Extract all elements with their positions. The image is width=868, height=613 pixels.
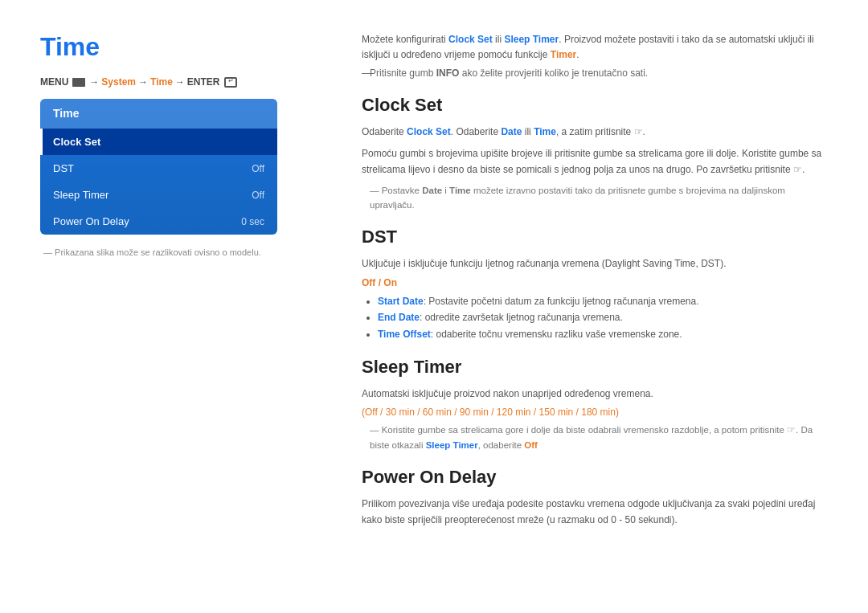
sleep-timer-cancel-ref: Sleep Timer <box>426 440 478 450</box>
sleep-timer-title: Sleep Timer <box>362 357 828 378</box>
dst-text: Uključuje i isključuje funkciju ljetnog … <box>362 255 828 272</box>
system-label: System <box>101 76 136 88</box>
sleep-timer-options: (Off / 30 min / 60 min / 90 min / 120 mi… <box>362 407 828 418</box>
left-footnote: Prikazana slika može se razlikovati ovis… <box>40 247 321 257</box>
menu-icon <box>72 78 85 87</box>
sleep-timer-ref: Sleep Timer <box>504 34 559 45</box>
left-panel: Time MENU → System → Time → ENTER ↵ Time… <box>40 32 346 581</box>
arrow1: → <box>89 76 99 88</box>
menu-item-sleeptimer-value: Off <box>252 190 264 201</box>
menu-item-sleeptimer-label: Sleep Timer <box>53 189 108 201</box>
dst-section: DST Uključuje i isključuje funkciju ljet… <box>362 227 828 342</box>
time-ref: Time <box>534 126 556 137</box>
menu-box-header: Time <box>40 99 277 128</box>
menu-item-powerondelay[interactable]: Power On Delay 0 sec <box>40 208 277 235</box>
arrow3: → <box>175 76 185 88</box>
timer-ref: Timer <box>551 49 576 60</box>
menu-item-dst-value: Off <box>252 163 264 174</box>
menu-label: MENU <box>40 76 68 88</box>
off-ref: Off <box>524 440 538 450</box>
time-label: Time <box>150 76 173 88</box>
arrow2: → <box>138 76 148 88</box>
start-date-ref: Start Date <box>378 296 424 307</box>
menu-item-clockset-label: Clock Set <box>53 136 100 148</box>
end-date-ref: End Date <box>378 312 420 323</box>
intro-text: Možete konfigurirati Clock Set ili Sleep… <box>362 32 828 63</box>
sleep-timer-section: Sleep Timer Automatski isključuje proizv… <box>362 357 828 452</box>
power-on-delay-title: Power On Delay <box>362 467 828 488</box>
power-on-delay-text: Prilikom povezivanja više uređaja podesi… <box>362 496 828 529</box>
menu-path: MENU → System → Time → ENTER ↵ <box>40 76 321 88</box>
dst-bullet-1: Start Date: Postavite početni datum za f… <box>378 293 828 309</box>
menu-item-dst[interactable]: DST Off <box>40 155 277 182</box>
dst-title: DST <box>362 227 828 247</box>
clock-set-note: Postavke Date i Time možete izravno post… <box>362 183 828 213</box>
menu-item-powerondelay-value: 0 sec <box>241 216 264 227</box>
menu-item-clockset[interactable]: Clock Set <box>40 129 277 155</box>
clock-set-text2: Pomoću gumbi s brojevima upišite brojeve… <box>362 145 828 178</box>
right-panel: Možete konfigurirati Clock Set ili Sleep… <box>346 32 828 581</box>
clock-set-text1: Odaberite Clock Set. Odaberite Date ili … <box>362 124 828 140</box>
dst-bullet-list: Start Date: Postavite početni datum za f… <box>362 293 828 342</box>
clock-set-ref2: Clock Set <box>407 126 451 137</box>
dst-bullet-3: Time Offset: odaberite točnu vremensku r… <box>378 326 828 342</box>
date-ref: Date <box>501 126 522 137</box>
intro-note: Pritisnite gumb INFO ako želite provjeri… <box>362 67 828 79</box>
clock-set-title: Clock Set <box>362 95 828 116</box>
menu-box: Time Clock Set DST Off Sleep Timer Off P… <box>40 99 277 235</box>
enter-label: ENTER <box>187 76 220 88</box>
sleep-timer-text: Automatski isključuje proizvod nakon una… <box>362 386 828 402</box>
menu-item-dst-label: DST <box>53 162 74 174</box>
dst-off-on: Off / On <box>362 277 828 288</box>
power-on-delay-section: Power On Delay Prilikom povezivanja više… <box>362 467 828 529</box>
page-title: Time <box>40 32 321 62</box>
dst-bullet-2: End Date: odredite završetak ljetnog rač… <box>378 309 828 325</box>
enter-icon: ↵ <box>224 77 237 88</box>
menu-item-powerondelay-label: Power On Delay <box>53 215 129 227</box>
clock-set-section: Clock Set Odaberite Clock Set. Odaberite… <box>362 95 828 212</box>
clock-set-ref: Clock Set <box>448 34 493 45</box>
sleep-timer-note: Koristite gumbe sa strelicama gore i dol… <box>362 423 828 452</box>
menu-item-sleeptimer[interactable]: Sleep Timer Off <box>40 182 277 208</box>
time-offset-ref: Time Offset <box>378 329 431 340</box>
